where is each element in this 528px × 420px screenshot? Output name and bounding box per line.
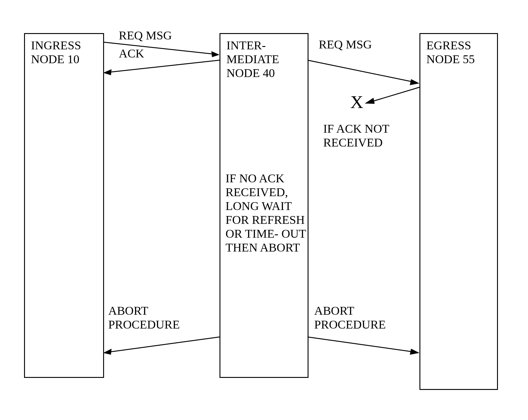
abort-left-arrow (103, 335, 219, 357)
svg-marker-1 (211, 51, 219, 57)
svg-marker-3 (103, 69, 112, 75)
svg-marker-11 (410, 349, 419, 355)
x-mark-icon: X (350, 92, 363, 113)
svg-marker-7 (365, 98, 375, 104)
failed-ack-arrow (364, 84, 419, 105)
svg-line-2 (109, 60, 219, 72)
abort-procedure-left-label: ABORT PROCEDURE (108, 304, 207, 332)
ingress-node-lane: INGRESS NODE 10 (24, 33, 104, 378)
intermediate-node-label: INTER- MEDIATE NODE 40 (226, 39, 302, 80)
svg-line-10 (308, 337, 414, 352)
svg-line-4 (308, 60, 414, 82)
svg-marker-9 (103, 349, 112, 355)
abort-right-arrow (308, 335, 419, 357)
req-msg-right-arrow (308, 59, 419, 86)
req-msg-right-label: REQ MSG (319, 38, 372, 51)
if-no-ack-label: IF NO ACK RECEIVED, LONG WAIT FOR REFRES… (226, 171, 307, 255)
egress-node-lane: EGRESS NODE 55 (419, 33, 498, 390)
egress-node-label: EGRESS NODE 55 (426, 39, 491, 66)
ack-left-arrow (103, 57, 219, 75)
sequence-diagram: INGRESS NODE 10 INTER- MEDIATE NODE 40 E… (0, 0, 528, 420)
abort-procedure-right-label: ABORT PROCEDURE (314, 304, 413, 332)
svg-line-8 (109, 337, 219, 352)
ingress-node-label: INGRESS NODE 10 (31, 39, 97, 66)
if-ack-not-received-label: IF ACK NOT RECEIVED (323, 122, 401, 150)
svg-line-6 (371, 87, 419, 102)
